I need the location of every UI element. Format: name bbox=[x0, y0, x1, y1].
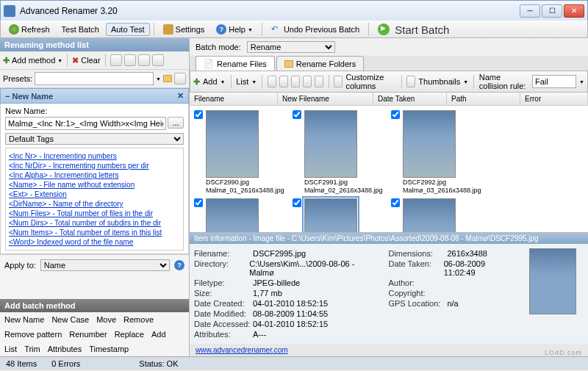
batch-method-remove[interactable]: Remove bbox=[123, 315, 154, 324]
file-checkbox[interactable] bbox=[194, 110, 203, 119]
presets-input[interactable] bbox=[35, 72, 154, 85]
move-bottom-button[interactable] bbox=[152, 54, 164, 66]
file-item[interactable]: DSCF2991.jpgMalmø_02_2616x3488.jpg bbox=[293, 110, 387, 194]
thumbnail[interactable] bbox=[403, 198, 456, 232]
move-top-button[interactable] bbox=[138, 54, 150, 66]
batch-method-move[interactable]: Move bbox=[96, 315, 116, 324]
refresh-button[interactable]: Refresh bbox=[4, 22, 55, 37]
add-method-button[interactable]: Add method bbox=[12, 56, 55, 65]
close-button[interactable]: ✕ bbox=[564, 4, 584, 18]
help-icon[interactable]: ? bbox=[174, 260, 184, 270]
batch-method-replace[interactable]: Replace bbox=[115, 330, 144, 339]
thumbnail[interactable] bbox=[304, 198, 357, 232]
help-button[interactable]: ?Help▼ bbox=[211, 22, 258, 37]
tag-link[interactable]: <Word> Indexed word of the file name bbox=[9, 237, 180, 247]
tb-btn-4[interactable] bbox=[303, 76, 312, 87]
newname-label: New Name: bbox=[5, 107, 184, 115]
thumbnail[interactable] bbox=[206, 198, 259, 232]
files-toolbar: ✚Add▼ List▼ Customize columns Thumbnails… bbox=[190, 71, 588, 93]
batchmode-label: Batch mode: bbox=[196, 43, 241, 51]
file-item[interactable]: DSCF2995.jpg bbox=[293, 198, 387, 232]
file-checkbox[interactable] bbox=[293, 198, 301, 207]
start-batch-button[interactable]: Start Batch bbox=[373, 21, 454, 38]
test-batch-button[interactable]: Test Batch bbox=[57, 23, 104, 36]
thumbnails-icon bbox=[406, 76, 415, 87]
right-panel: Batch mode: Rename 📄Rename Files Rename … bbox=[190, 38, 588, 356]
method-close-icon[interactable]: ✕ bbox=[177, 91, 184, 101]
tb-btn-2[interactable] bbox=[279, 76, 288, 87]
file-checkbox[interactable] bbox=[293, 110, 301, 119]
batch-method-newcase[interactable]: New Case bbox=[51, 315, 89, 324]
minimize-button[interactable]: ─ bbox=[520, 4, 540, 18]
add-icon: ✚ bbox=[3, 56, 10, 65]
file-item[interactable]: DSCF2996.jpg bbox=[391, 198, 485, 232]
batch-method-renumber[interactable]: Renumber bbox=[69, 330, 107, 339]
thumbnails-button[interactable]: Thumbnails bbox=[418, 77, 460, 86]
default-tags-select[interactable]: Default Tags bbox=[5, 133, 184, 145]
tag-link[interactable]: <Inc Alpha> - Incrementing letters bbox=[9, 170, 180, 180]
thumbnail[interactable] bbox=[304, 110, 357, 178]
batch-method-removepattern[interactable]: Remove pattern bbox=[4, 330, 62, 339]
tag-link[interactable]: <Num Dirs> - Total number of subdirs in … bbox=[9, 218, 180, 228]
file-item[interactable]: DSCF2992.jpgMalmø_03_2616x3488.jpg bbox=[391, 110, 485, 194]
auto-test-button[interactable]: Auto Test bbox=[106, 23, 150, 36]
tag-link[interactable]: <DirName> - Name of the directory bbox=[9, 199, 180, 209]
batch-method-newname[interactable]: New Name bbox=[4, 315, 44, 324]
tab-rename-files[interactable]: 📄Rename Files bbox=[196, 56, 275, 71]
folder-icon bbox=[284, 60, 293, 68]
collision-input[interactable] bbox=[532, 75, 576, 88]
tb-btn-1[interactable] bbox=[268, 76, 276, 87]
file-checkbox[interactable] bbox=[194, 198, 203, 207]
tag-link[interactable]: <Num Items> - Total number of items in t… bbox=[9, 228, 180, 237]
file-item[interactable]: DSCF2990.jpgMalmø_01_2616x3488.jpg bbox=[194, 110, 288, 194]
thumbnail[interactable] bbox=[206, 110, 259, 178]
website-link[interactable]: www.advancedrenamer.com bbox=[190, 344, 588, 356]
file-checkbox[interactable] bbox=[391, 110, 400, 119]
left-panel: Renaming method list ✚ Add method▼ ✖ Cle… bbox=[0, 38, 190, 356]
col-path[interactable]: Path bbox=[447, 93, 520, 105]
undo-icon: ↶ bbox=[271, 24, 282, 35]
col-filename[interactable]: Filename bbox=[190, 93, 278, 105]
file-checkbox[interactable] bbox=[391, 198, 400, 207]
tb-btn-3[interactable] bbox=[291, 76, 300, 87]
tag-link[interactable]: <Name> - File name without extension bbox=[9, 180, 180, 190]
gear-icon bbox=[163, 24, 173, 35]
tag-link[interactable]: <Inc NrDir> - Incrementing numbers per d… bbox=[9, 161, 180, 170]
tb-btn-5[interactable] bbox=[315, 76, 323, 87]
newname-input[interactable] bbox=[5, 117, 166, 130]
customize-columns-button[interactable]: Customize columns bbox=[345, 73, 395, 90]
tag-link[interactable]: <Num Files> - Total number of files in t… bbox=[9, 209, 180, 218]
column-headers: Filename New Filename Date Taken Path Er… bbox=[190, 93, 588, 106]
help-icon: ? bbox=[216, 24, 226, 35]
move-down-button[interactable] bbox=[124, 54, 136, 66]
batch-method-trim[interactable]: Trim bbox=[24, 345, 40, 353]
thumbnail[interactable] bbox=[403, 110, 456, 178]
batch-method-timestamp[interactable]: Timestamp bbox=[89, 345, 129, 353]
tag-link[interactable]: <Inc Nr> - Incrementing numbers bbox=[9, 151, 180, 161]
tag-link[interactable]: <Ext> - Extension bbox=[9, 190, 180, 199]
batch-method-add[interactable]: Add bbox=[151, 330, 166, 339]
save-preset-button[interactable] bbox=[174, 73, 186, 84]
newname-browse-button[interactable]: ... bbox=[168, 117, 184, 129]
folder-icon[interactable] bbox=[163, 75, 172, 82]
file-item[interactable]: DSCF2994.jpg bbox=[194, 198, 288, 232]
tags-list: <Inc Nr> - Incrementing numbers <Inc NrD… bbox=[5, 148, 184, 251]
undo-button[interactable]: ↶Undo Previous Batch bbox=[266, 22, 365, 37]
move-up-button[interactable] bbox=[110, 54, 122, 66]
batch-method-list[interactable]: List bbox=[4, 345, 17, 353]
maximize-button[interactable]: ☐ bbox=[542, 4, 562, 18]
applyto-select[interactable]: Name bbox=[40, 259, 170, 271]
batch-method-attributes[interactable]: Attributes bbox=[48, 345, 82, 353]
add-files-button[interactable]: Add bbox=[203, 77, 218, 86]
batchmode-select[interactable]: Rename bbox=[247, 41, 335, 53]
tab-rename-folders[interactable]: Rename Folders bbox=[276, 56, 364, 71]
list-button[interactable]: List bbox=[236, 77, 248, 86]
col-datetaken[interactable]: Date Taken bbox=[373, 93, 447, 105]
col-newfilename[interactable]: New Filename bbox=[278, 93, 373, 105]
settings-button[interactable]: Settings bbox=[158, 22, 210, 37]
info-thumbnail bbox=[529, 248, 576, 314]
clear-button[interactable]: Clear bbox=[81, 56, 100, 65]
play-icon bbox=[378, 24, 390, 35]
col-error[interactable]: Error bbox=[520, 93, 588, 105]
method-header[interactable]: − New Name ✕ bbox=[0, 88, 189, 104]
